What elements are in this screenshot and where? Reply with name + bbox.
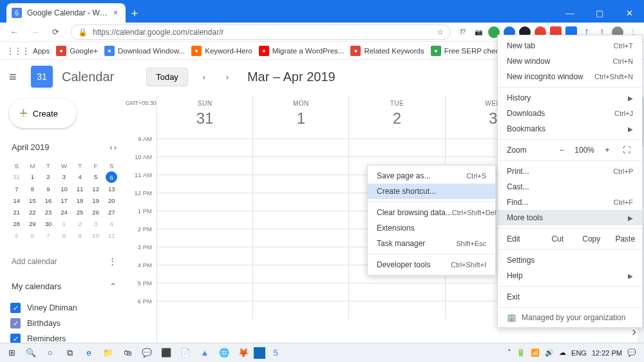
minical-day[interactable]: 2: [72, 218, 88, 229]
calendar-checkbox[interactable]: ✓: [10, 318, 21, 329]
wifi-icon[interactable]: 📶: [531, 348, 540, 357]
menu-item-exit[interactable]: Exit: [498, 289, 642, 305]
taskbar-app[interactable]: 📁: [99, 345, 117, 361]
apps-button[interactable]: ⋮⋮⋮Apps: [6, 46, 50, 55]
submenu-item-developer-tools[interactable]: Developer toolsCtrl+Shift+I: [368, 257, 495, 272]
fullscreen-button[interactable]: ⛶: [620, 146, 633, 155]
menu-item-bookmarks[interactable]: Bookmarks▶: [498, 121, 642, 137]
time-slot[interactable]: [157, 139, 253, 157]
time-slot[interactable]: [253, 175, 349, 193]
minical-day[interactable]: 14: [9, 195, 24, 206]
new-tab-button[interactable]: +: [126, 5, 144, 23]
copy-button[interactable]: Copy: [574, 231, 609, 247]
menu-item-help[interactable]: Help▶: [498, 268, 642, 283]
time-slot[interactable]: [253, 193, 349, 211]
menu-item-print-[interactable]: Print...Ctrl+P: [498, 164, 642, 179]
menu-item-cast-[interactable]: Cast...: [498, 179, 642, 195]
calendar-item[interactable]: ✓Birthdays: [10, 318, 119, 329]
minical-day[interactable]: 12: [88, 184, 104, 195]
zoom-in-button[interactable]: +: [601, 146, 614, 155]
ext-icon[interactable]: 📷: [473, 26, 484, 38]
calendar-item[interactable]: ✓Viney Dhiman: [10, 303, 119, 313]
minical-day[interactable]: 9: [72, 230, 88, 241]
taskbar-app[interactable]: 5: [267, 345, 285, 361]
time-slot[interactable]: [253, 229, 349, 247]
minical-day[interactable]: 22: [25, 207, 41, 218]
minical-day[interactable]: 15: [25, 195, 41, 206]
menu-item-find-[interactable]: Find...Ctrl+F: [498, 195, 642, 210]
submenu-item-extensions[interactable]: Extensions: [368, 220, 495, 236]
minical-day[interactable]: 7: [41, 230, 56, 241]
time-slot[interactable]: [253, 157, 349, 175]
minical-day[interactable]: 9: [41, 184, 56, 195]
minical-day[interactable]: 10: [88, 230, 104, 241]
battery-icon[interactable]: 🔋: [516, 348, 526, 357]
close-button[interactable]: ✕: [614, 3, 644, 23]
minical-day[interactable]: 20: [104, 195, 119, 206]
minical-day[interactable]: 21: [9, 207, 24, 218]
bookmark-item[interactable]: ●Migrate a WordPres...: [259, 46, 345, 56]
minical-day[interactable]: 26: [88, 207, 104, 218]
minical-day[interactable]: 11: [72, 184, 88, 195]
minical-day[interactable]: 30: [41, 218, 56, 229]
minical-day[interactable]: 4: [72, 171, 88, 183]
paste-button[interactable]: Paste: [609, 231, 643, 247]
taskbar-app[interactable]: 📄: [176, 345, 194, 361]
language-indicator[interactable]: ENG: [571, 349, 587, 357]
time-slot[interactable]: [253, 265, 349, 283]
taskbar-app[interactable]: [254, 347, 265, 359]
time-slot[interactable]: [253, 211, 349, 229]
add-calendar-input[interactable]: [12, 257, 76, 266]
time-slot[interactable]: [157, 283, 253, 301]
minical-day[interactable]: 29: [25, 218, 41, 229]
time-slot[interactable]: [157, 229, 253, 247]
minical-day[interactable]: 1: [25, 171, 41, 183]
taskbar-app[interactable]: 🦊: [234, 345, 252, 361]
minimize-button[interactable]: —: [555, 3, 585, 23]
minical-day[interactable]: 13: [104, 184, 119, 195]
cut-button[interactable]: Cut: [541, 231, 575, 247]
taskbar-app-chrome[interactable]: 🌐: [215, 345, 233, 361]
start-button[interactable]: ⊞: [3, 345, 21, 361]
minical-day[interactable]: 31: [9, 171, 24, 183]
time-slot[interactable]: [157, 157, 253, 175]
ext-icon[interactable]: f?: [457, 26, 469, 38]
minical-prev-button[interactable]: ‹: [109, 142, 112, 152]
add-calendar-menu-icon[interactable]: ⋮: [108, 256, 117, 266]
minical-day[interactable]: 3: [88, 218, 104, 229]
minical-day[interactable]: 8: [57, 230, 72, 241]
action-center-icon[interactable]: 💬: [627, 348, 636, 357]
bookmark-item[interactable]: ●Keyword-Hero: [191, 46, 252, 56]
time-slot[interactable]: [349, 283, 445, 301]
time-slot[interactable]: [157, 265, 253, 283]
zoom-out-button[interactable]: −: [555, 146, 568, 155]
minical-day[interactable]: 16: [41, 195, 56, 206]
clock[interactable]: 12:22 PM: [592, 349, 622, 357]
menu-item-new-tab[interactable]: New tabCtrl+T: [498, 38, 642, 53]
minical-day[interactable]: 5: [9, 230, 24, 241]
taskbar-app[interactable]: 🛍: [118, 345, 137, 361]
minical-day[interactable]: 24: [57, 207, 72, 218]
star-icon[interactable]: ☆: [437, 28, 444, 37]
time-slot[interactable]: [157, 193, 253, 211]
address-bar[interactable]: 🔒 https://calendar.google.com/calendar/r…: [71, 24, 451, 40]
minical-day[interactable]: 6: [25, 230, 41, 241]
minical-day[interactable]: 5: [88, 171, 104, 183]
minical-day[interactable]: 27: [104, 207, 119, 218]
time-slot[interactable]: [253, 283, 349, 301]
calendar-checkbox[interactable]: ✓: [10, 303, 21, 313]
minical-day[interactable]: 3: [57, 171, 72, 183]
submenu-item-task-manager[interactable]: Task managerShift+Esc: [368, 236, 495, 251]
time-slot[interactable]: [253, 247, 349, 265]
cortana-button[interactable]: ○: [41, 345, 59, 361]
minical-next-button[interactable]: ›: [114, 142, 117, 152]
minical-day[interactable]: 2: [41, 171, 56, 183]
minical-day[interactable]: 1: [57, 218, 72, 229]
collapse-icon[interactable]: ⌃: [109, 281, 117, 291]
browser-tab[interactable]: 6 Google Calendar - Week of Mar... ×: [6, 3, 126, 23]
submenu-item-save-page-as-[interactable]: Save page as...Ctrl+S: [368, 168, 495, 184]
time-slot[interactable]: [157, 175, 253, 193]
minical-day[interactable]: 18: [72, 195, 88, 206]
tray-expand-icon[interactable]: ˄: [507, 348, 511, 357]
hamburger-icon[interactable]: ≡: [9, 70, 24, 84]
